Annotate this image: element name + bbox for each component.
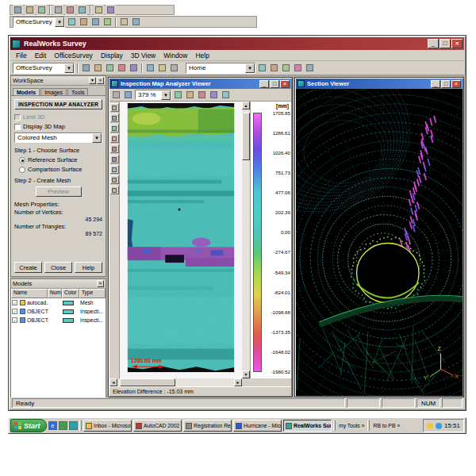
vertical-scrollbar[interactable]: ▲ ▼	[242, 102, 250, 378]
taskbar-task-registration[interactable]: Registration Rep...	[183, 420, 232, 432]
close-button[interactable]: Close	[44, 262, 72, 273]
toolbar-icon[interactable]	[90, 17, 101, 27]
menu-help[interactable]: Help	[191, 52, 213, 60]
toolbar-icon[interactable]	[67, 17, 77, 27]
toolbar-icon[interactable]	[81, 63, 91, 73]
quicklaunch-desktop-icon[interactable]	[59, 421, 67, 430]
tab-images[interactable]: Images	[40, 88, 67, 95]
scroll-down-icon[interactable]: ▼	[242, 370, 250, 378]
chevron-down-icon[interactable]: ▼	[55, 17, 64, 27]
minimize-button[interactable]: _	[428, 39, 439, 48]
column-name[interactable]: Name	[11, 289, 48, 298]
toolbar-icon[interactable]	[117, 63, 127, 73]
settings-tool-icon[interactable]	[110, 175, 119, 184]
info-tool-icon[interactable]	[110, 186, 119, 194]
table-row[interactable]: ✓ OBJECT... Inspecti...	[11, 316, 106, 324]
officesurvey-combo[interactable]: OfficeSurvey ▼	[13, 17, 65, 28]
table-row[interactable]: ✓ autocad... Mesh	[11, 298, 106, 307]
tray-icon[interactable]	[436, 423, 442, 429]
taskbar-task-hurricane[interactable]: Hurricane - Micro...	[233, 420, 282, 432]
column-color[interactable]: Color	[62, 289, 79, 298]
close-button[interactable]: ×	[451, 80, 461, 88]
maximize-button[interactable]: □	[441, 80, 451, 88]
chevron-right-icon[interactable]: »	[397, 423, 400, 428]
minimize-button[interactable]: _	[259, 80, 269, 88]
select-tool-icon[interactable]	[110, 103, 119, 112]
chevron-down-icon[interactable]: ▼	[92, 133, 102, 143]
toolbar-icon[interactable]	[305, 63, 315, 73]
visibility-checkbox[interactable]: ✓	[12, 309, 17, 314]
color-swatch[interactable]	[63, 318, 74, 323]
toolbar-icon[interactable]	[129, 63, 139, 73]
create-button[interactable]: Create	[14, 262, 42, 273]
taskbar-task-autocad[interactable]: AutoCAD 2002	[133, 420, 182, 432]
layer-tool-icon[interactable]	[110, 165, 119, 174]
taskbar-task-realworks[interactable]: RealWorks Survey	[283, 420, 332, 432]
view-combo[interactable]: Home ▼	[186, 63, 255, 74]
toolbar-icon[interactable]	[269, 63, 279, 73]
tab-tools[interactable]: Tools	[67, 88, 88, 95]
toolbar-icon[interactable]	[257, 63, 267, 73]
chevron-down-icon[interactable]: ▼	[64, 63, 74, 73]
scroll-up-icon[interactable]: ▲	[242, 102, 250, 109]
toolbar-icon[interactable]	[131, 17, 141, 27]
toolbar-icon[interactable]	[157, 63, 167, 73]
reference-surface-radio[interactable]	[19, 157, 25, 163]
tray-icon[interactable]	[427, 423, 433, 429]
zoom-icon[interactable]	[123, 90, 133, 100]
toolbar-icon[interactable]	[293, 63, 303, 73]
toolbar-icon[interactable]	[145, 63, 155, 73]
zoom-tool-icon[interactable]	[110, 113, 119, 122]
measure-icon[interactable]	[209, 90, 219, 100]
toolbar-icon[interactable]	[106, 5, 116, 15]
annotate-tool-icon[interactable]	[110, 144, 119, 153]
close-icon[interactable]: ×	[97, 280, 104, 287]
pan-icon[interactable]	[197, 90, 207, 100]
toolbar-icon[interactable]	[53, 5, 63, 15]
column-num[interactable]: Num...	[48, 289, 62, 298]
menu-window[interactable]: Window	[159, 52, 191, 60]
chevron-down-icon[interactable]: ▼	[245, 63, 255, 73]
column-type[interactable]: Type	[79, 289, 106, 298]
mode-combo[interactable]: OfficeSurvey ▼	[13, 63, 75, 74]
visibility-checkbox[interactable]: ✓	[12, 300, 17, 305]
comparison-surface-radio[interactable]	[19, 167, 25, 173]
title-bar[interactable]: RealWorks Survey _ □ ×	[10, 37, 464, 50]
zoom-level-combo[interactable]: 379 % ▼	[135, 90, 171, 100]
color-swatch[interactable]	[63, 301, 74, 305]
taskbar-toolbar-rbtopb[interactable]: RB to PB »	[371, 420, 401, 432]
scroll-left-icon[interactable]: ◄	[109, 378, 117, 386]
toolbar-icon[interactable]	[25, 5, 35, 15]
maximize-button[interactable]: □	[440, 39, 451, 48]
menu-edit[interactable]: Edit	[31, 52, 51, 60]
section-viewer-titlebar[interactable]: Section Viewer _ □ ×	[296, 79, 463, 89]
tab-models[interactable]: Models	[13, 88, 40, 95]
menu-file[interactable]: File	[12, 52, 31, 60]
minimize-button[interactable]: _	[431, 80, 440, 88]
chevron-down-icon[interactable]: ▼	[161, 90, 171, 100]
toolbar-icon[interactable]	[36, 5, 47, 15]
toolbar-icon[interactable]	[281, 63, 291, 73]
quicklaunch-app-icon[interactable]	[69, 421, 78, 430]
section-tool-icon[interactable]	[110, 155, 119, 163]
measure-tool-icon[interactable]	[110, 134, 119, 143]
table-row[interactable]: ✓ OBJECT... Inspecti...	[11, 307, 106, 316]
toolbar-icon[interactable]	[77, 5, 87, 15]
close-icon[interactable]: ×	[97, 77, 104, 84]
toolbar-icon[interactable]	[94, 5, 104, 15]
grid-icon[interactable]	[221, 90, 231, 100]
section-3d-canvas[interactable]: Z X Y	[296, 89, 463, 396]
start-button[interactable]: Start	[10, 419, 47, 432]
maximize-button[interactable]: □	[270, 80, 279, 88]
zoom-in-icon[interactable]	[173, 90, 183, 100]
toolbar-icon[interactable]	[65, 5, 75, 15]
preview-button[interactable]: Preview	[36, 186, 82, 197]
menu-officesurvey[interactable]: OfficeSurvey	[50, 52, 97, 60]
display-3d-map-checkbox[interactable]	[14, 124, 21, 130]
toolbar-icon[interactable]	[102, 17, 113, 27]
menu-3dview[interactable]: 3D View	[127, 52, 160, 60]
toolbar-icon[interactable]	[13, 5, 23, 15]
taskbar-task-inbox[interactable]: Inbox - Microsof...	[83, 420, 132, 432]
toolbar-icon[interactable]	[93, 63, 103, 73]
scroll-right-icon[interactable]: ►	[234, 378, 242, 386]
